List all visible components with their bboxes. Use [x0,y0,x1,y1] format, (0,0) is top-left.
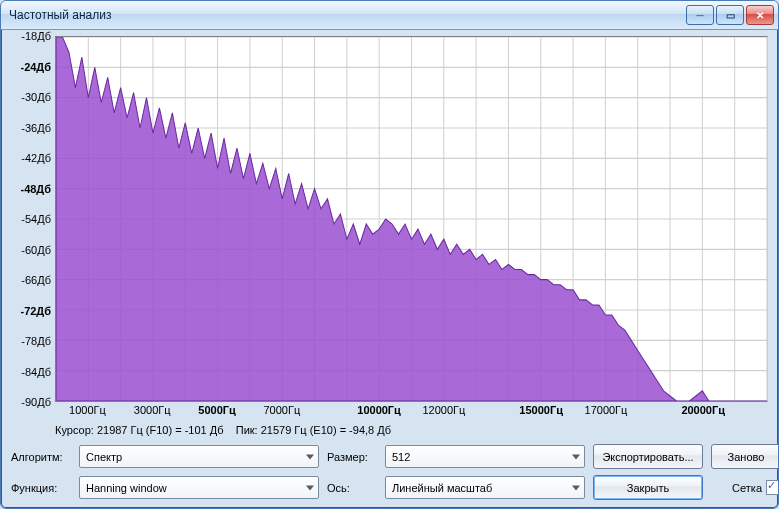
controls: Алгоритм: Спектр Размер: 512 Экспортиров… [11,444,768,500]
size-label: Размер: [327,451,377,463]
y-tick-label: -66Дб [21,274,51,286]
x-tick-label: 17000Гц [585,404,628,416]
axis-select[interactable]: Линейный масштаб [385,476,585,499]
peak-label: Пик: [236,424,258,436]
y-tick-label: -84Дб [21,366,51,378]
minimize-button[interactable]: ─ [686,5,714,25]
y-tick-label: -30Дб [21,91,51,103]
x-tick-label: 12000Гц [422,404,465,416]
maximize-button[interactable]: ▭ [716,5,744,25]
window-buttons: ─ ▭ ✕ [686,5,774,25]
algorithm-label: Алгоритм: [11,451,71,463]
x-tick-label: 10000Гц [357,404,401,416]
status-line: Курсор: 21987 Гц (F10) = -101 Дб Пик: 21… [55,424,768,436]
y-tick-label: -18Дб [21,30,51,42]
body: -18Дб-24Дб-30Дб-36Дб-42Дб-48Дб-54Дб-60Дб… [1,30,778,508]
window: Частотный анализ ─ ▭ ✕ -18Дб-24Дб-30Дб-3… [0,0,779,509]
cursor-value: 21987 Гц (F10) = -101 Дб [97,424,224,436]
x-tick-label: 1000Гц [69,404,106,416]
cursor-label: Курсор: [55,424,94,436]
x-tick-label: 5000Гц [198,404,235,416]
grid-label: Сетка [732,482,762,494]
close-button[interactable]: ✕ [746,5,774,25]
export-button[interactable]: Экспортировать... [593,444,703,469]
y-tick-label: -48Дб [20,183,51,195]
window-title: Частотный анализ [9,8,686,22]
size-select[interactable]: 512 [385,445,585,468]
y-tick-label: -72Дб [20,305,51,317]
y-tick-label: -24Дб [20,61,51,73]
grid-checkbox[interactable] [766,480,779,495]
y-tick-label: -42Дб [21,152,51,164]
y-axis: -18Дб-24Дб-30Дб-36Дб-42Дб-48Дб-54Дб-60Дб… [11,36,55,402]
x-tick-label: 20000Гц [681,404,725,416]
x-tick-label: 7000Гц [263,404,300,416]
y-tick-label: -36Дб [21,122,51,134]
plot-area: -18Дб-24Дб-30Дб-36Дб-42Дб-48Дб-54Дб-60Дб… [11,36,768,420]
function-select[interactable]: Hanning window [79,476,319,499]
close-dialog-button[interactable]: Закрыть [593,475,703,500]
y-tick-label: -54Дб [21,213,51,225]
replot-button[interactable]: Заново [711,444,779,469]
y-tick-label: -60Дб [21,244,51,256]
grid-checkbox-wrap[interactable]: Сетка [711,480,779,495]
function-label: Функция: [11,482,71,494]
x-axis: 1000Гц3000Гц5000Гц7000Гц10000Гц12000Гц15… [55,402,768,420]
x-tick-label: 15000Гц [519,404,563,416]
axis-label: Ось: [327,482,377,494]
x-tick-label: 3000Гц [134,404,171,416]
algorithm-select[interactable]: Спектр [79,445,319,468]
y-tick-label: -78Дб [21,335,51,347]
peak-value: 21579 Гц (E10) = -94,8 Дб [261,424,391,436]
titlebar[interactable]: Частотный анализ ─ ▭ ✕ [1,1,778,30]
y-tick-label: -90Дб [21,396,51,408]
spectrum-chart[interactable] [55,36,768,402]
